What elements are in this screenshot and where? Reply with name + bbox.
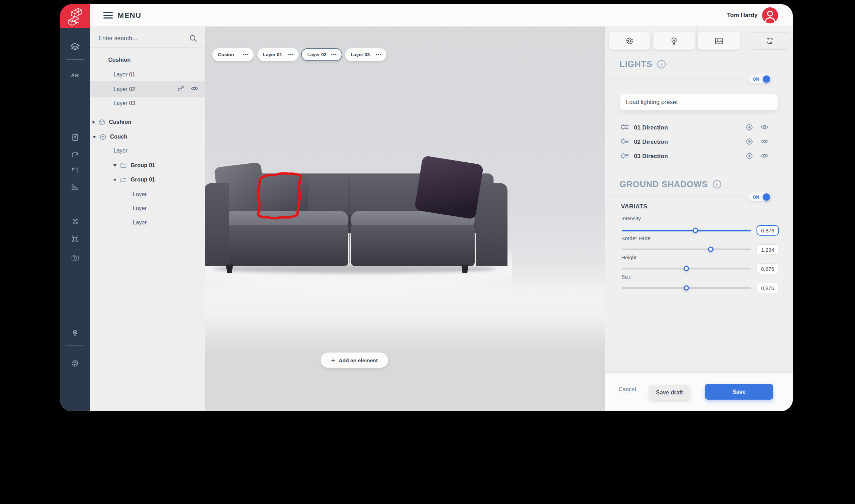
toggle-knob	[763, 193, 770, 201]
redo-icon[interactable]	[71, 150, 80, 159]
slider-knob[interactable]	[684, 266, 689, 271]
size-slider[interactable]	[622, 284, 751, 292]
ruler-icon[interactable]	[71, 182, 80, 191]
target-icon[interactable]	[745, 123, 754, 133]
light-direction-icon	[620, 137, 629, 147]
sidebar-divider	[66, 345, 84, 346]
tab-background[interactable]	[698, 32, 740, 50]
light-direction-row-01[interactable]: 01 Direction	[605, 121, 793, 134]
tree-item-layer[interactable]: Layer	[90, 216, 205, 230]
slider-track[interactable]	[622, 230, 751, 231]
border-fade-label: Border Fade	[621, 235, 650, 241]
layers-icon[interactable]	[71, 42, 80, 51]
more-options-icon[interactable]: •••	[288, 52, 294, 57]
visibility-eye-icon[interactable]	[760, 151, 769, 162]
height-value[interactable]: 0,876	[757, 264, 779, 274]
slider-track[interactable]	[622, 249, 751, 250]
tab-settings[interactable]	[609, 32, 650, 50]
tree-item-layer[interactable]: Layer	[90, 144, 205, 158]
notes-icon[interactable]	[71, 133, 80, 142]
canvas-tab-layer-01[interactable]: Layer 01 •••	[257, 48, 299, 61]
caret-right-icon[interactable]	[93, 120, 95, 124]
avatar[interactable]	[762, 7, 778, 23]
visibility-eye-icon[interactable]	[760, 123, 769, 133]
undo-icon[interactable]	[71, 166, 80, 175]
ground-shadows-toggle-on[interactable]: ON	[748, 192, 772, 202]
user-account[interactable]: Tom Hardy	[727, 7, 778, 23]
load-lighting-preset-button[interactable]: Load lighting preset	[620, 94, 778, 110]
toggle-knob	[763, 75, 770, 83]
size-value[interactable]: 0,876	[757, 283, 779, 293]
user-name-link[interactable]: Tom Hardy	[727, 12, 758, 19]
fit-frame-icon[interactable]	[71, 234, 80, 243]
canvas-tab-cusion[interactable]: Cusion •••	[212, 48, 254, 61]
search-icon[interactable]	[189, 34, 198, 44]
panel-footer: Cancel Save draft Save	[605, 373, 793, 411]
app-logo[interactable]	[60, 4, 90, 28]
size-label: Size	[621, 274, 631, 280]
target-icon[interactable]	[745, 137, 754, 148]
lights-toggle-on[interactable]: ON	[748, 74, 772, 84]
lights-section-title: LIGHTS i	[620, 59, 666, 69]
tree-group-01[interactable]: Group 01	[90, 158, 205, 172]
more-options-icon[interactable]: •••	[376, 52, 382, 57]
more-options-icon[interactable]: •••	[243, 52, 249, 57]
hamburger-icon	[103, 12, 113, 18]
intensity-slider[interactable]	[622, 227, 751, 234]
slider-knob[interactable]	[708, 247, 714, 252]
caret-down-icon[interactable]	[113, 179, 117, 181]
camera-icon[interactable]	[71, 253, 80, 262]
ar-mode-button[interactable]: AR	[60, 72, 90, 78]
light-direction-row-02[interactable]: 02 Direction	[605, 136, 793, 148]
info-icon[interactable]: i	[657, 60, 666, 68]
ground-shadows-section-title: GROUND SHADOWS i	[620, 179, 721, 189]
more-options-icon[interactable]: •••	[331, 52, 337, 57]
visibility-eye-icon[interactable]	[190, 84, 199, 94]
search-bar	[90, 30, 205, 47]
tree-group-cushion[interactable]: Cushion	[90, 115, 205, 129]
tree-group-couch[interactable]: Couch	[90, 130, 205, 144]
save-button[interactable]: Save	[705, 384, 773, 400]
tree-group-01[interactable]: Group 01	[90, 173, 205, 187]
info-icon[interactable]: i	[713, 180, 721, 188]
border-fade-slider[interactable]	[622, 245, 751, 253]
cube-icon	[99, 133, 107, 141]
caret-down-icon[interactable]	[93, 136, 96, 138]
light-direction-row-03[interactable]: 03 Direction	[605, 150, 793, 163]
menu-label: MENU	[118, 11, 141, 20]
visibility-eye-icon[interactable]	[760, 137, 769, 147]
tree-item-layer-02-selected[interactable]: Layer 02	[90, 81, 205, 97]
tree-item-layer-01[interactable]: Layer 01	[90, 68, 205, 82]
height-label: Height	[621, 254, 636, 260]
height-slider[interactable]	[622, 265, 751, 272]
save-draft-button[interactable]: Save draft	[649, 385, 690, 400]
canvas-tab-layer-02-active[interactable]: Layer 02 •••	[301, 48, 342, 61]
border-fade-value[interactable]: 1.234	[757, 244, 779, 255]
unlock-icon[interactable]	[177, 85, 185, 94]
slider-knob[interactable]	[693, 228, 698, 233]
tree-item-layer[interactable]: Layer	[90, 187, 205, 201]
tab-lights[interactable]	[653, 32, 695, 50]
caret-down-icon[interactable]	[113, 164, 117, 167]
lightbulb-icon[interactable]	[71, 328, 80, 338]
menu-button[interactable]: MENU	[103, 11, 141, 20]
settings-gear-icon[interactable]	[71, 359, 80, 368]
canvas-tab-layer-03[interactable]: Layer 03 •••	[345, 48, 386, 61]
tab-divider	[696, 27, 697, 53]
variats-title: VARIATS	[621, 203, 648, 210]
tab-refresh-active[interactable]	[750, 32, 789, 50]
tree-item-cushion-header[interactable]: Cushion	[90, 53, 205, 67]
target-icon[interactable]	[745, 151, 754, 162]
search-input[interactable]	[98, 32, 185, 44]
light-direction-icon	[620, 151, 629, 162]
cancel-link[interactable]: Cancel	[619, 386, 636, 393]
expand-arrows-icon[interactable]	[71, 217, 80, 226]
intensity-value[interactable]: 0,876	[757, 225, 779, 236]
tree-item-layer-03[interactable]: Layer 03	[90, 96, 205, 110]
tree-item-layer[interactable]: Layer	[90, 201, 205, 215]
editor-canvas[interactable]: Cusion ••• Layer 01 ••• Layer 02 ••• Lay…	[205, 27, 605, 411]
refresh-icon	[765, 36, 775, 46]
slider-knob[interactable]	[684, 286, 689, 291]
tab-divider	[745, 27, 745, 53]
add-element-button[interactable]: + Add an element	[321, 353, 388, 368]
